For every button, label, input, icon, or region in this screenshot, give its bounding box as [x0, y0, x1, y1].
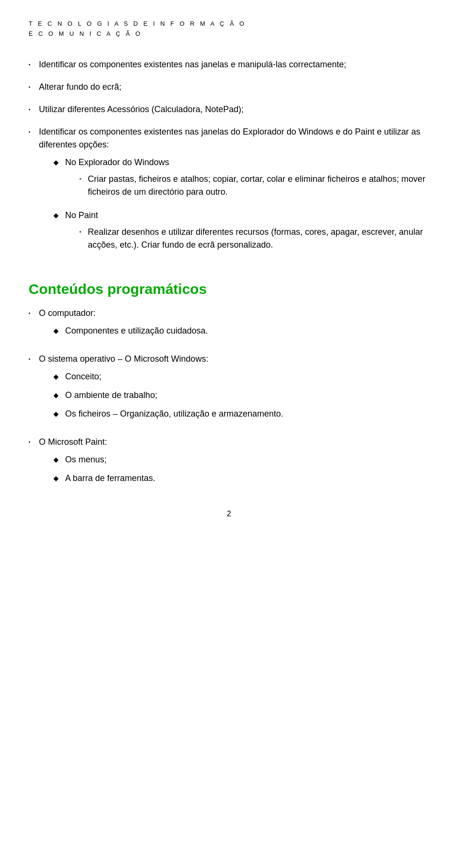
page-header: T E C N O L O G I A S D E I N F O R M A … [29, 19, 429, 39]
bullet-icon: • [29, 128, 31, 136]
sub-list: ◆No Explorador do Windows▪Criar pastas, … [53, 156, 429, 256]
section-sub-item-text: Os ficheiros – Organização, utilização e… [65, 408, 283, 420]
sub-sub-list: ▪Realizar desenhos e utilizar diferentes… [80, 226, 429, 251]
section-bullet-text: O Microsoft Paint:◆Os menus;◆A barra de … [39, 436, 429, 491]
bullet-icon: • [29, 356, 31, 363]
diamond-icon: ◆ [53, 372, 59, 382]
section-bullet-text: O computador:◆Componentes e utilização c… [39, 307, 429, 343]
section-title: Conteúdos programáticos [29, 281, 429, 297]
section-bullet-list: •O computador:◆Componentes e utilização … [29, 307, 429, 491]
section-sub-item-text: O ambiente de trabalho; [65, 389, 157, 402]
section-sub-item-text: A barra de ferramentas. [65, 472, 156, 485]
bullet-icon: • [29, 439, 31, 446]
section-sub-item: ◆Os menus; [53, 453, 429, 466]
diamond-icon: ◆ [53, 455, 59, 465]
bullet-icon: • [29, 61, 31, 68]
sub-item-text: No Paint▪Realizar desenhos e utilizar di… [65, 209, 429, 256]
section-bullet-text: O sistema operativo – O Microsoft Window… [39, 353, 429, 426]
main-bullet-item: •Identificar os componentes existentes n… [29, 58, 429, 71]
sub-sub-list: ▪Criar pastas, ficheiros e atalhos; copi… [80, 173, 429, 199]
section-bullet-item: •O Microsoft Paint:◆Os menus;◆A barra de… [29, 436, 429, 491]
section-sub-list: ◆Componentes e utilização cuidadosa. [53, 324, 429, 337]
section-sub-list: ◆Os menus;◆A barra de ferramentas. [53, 453, 429, 485]
section-sub-item: ◆Componentes e utilização cuidadosa. [53, 324, 429, 337]
section-sub-item-text: Os menus; [65, 453, 107, 466]
square-bullet-icon: ▪ [80, 228, 82, 235]
sub-list-item: ◆No Paint▪Realizar desenhos e utilizar d… [53, 209, 429, 256]
page-number: 2 [29, 510, 429, 518]
square-bullet-icon: ▪ [80, 175, 82, 182]
sub-item-text: No Explorador do Windows▪Criar pastas, f… [65, 156, 429, 203]
bullet-icon: • [29, 106, 31, 113]
sub-list-item: ◆No Explorador do Windows▪Criar pastas, … [53, 156, 429, 203]
section-bullet-item: •O computador:◆Componentes e utilização … [29, 307, 429, 343]
main-bullet-item: •Identificar os componentes existentes n… [29, 125, 429, 262]
main-bullet-item: •Utilizar diferentes Acessórios (Calcula… [29, 103, 429, 116]
main-content-section: •Identificar os componentes existentes n… [29, 58, 429, 262]
bullet-icon: • [29, 310, 31, 317]
diamond-icon: ◆ [53, 473, 59, 483]
diamond-icon: ◆ [53, 210, 59, 220]
header-line1: T E C N O L O G I A S D E I N F O R M A … [29, 19, 429, 29]
diamond-icon: ◆ [53, 409, 59, 419]
section-sub-item: ◆Os ficheiros – Organização, utilização … [53, 408, 429, 420]
section-sub-list: ◆Conceito;◆O ambiente de trabalho;◆Os fi… [53, 370, 429, 420]
main-bullet-item: •Alterar fundo do ecrã; [29, 81, 429, 94]
bullet-text: Identificar os componentes existentes na… [39, 125, 429, 262]
sub-sub-item-text: Criar pastas, ficheiros e atalhos; copia… [88, 173, 429, 199]
bullet-text: Utilizar diferentes Acessórios (Calculad… [39, 103, 429, 116]
section-content: •O computador:◆Componentes e utilização … [29, 307, 429, 491]
sub-sub-list-item: ▪Criar pastas, ficheiros e atalhos; copi… [80, 173, 429, 199]
section-sub-item: ◆O ambiente de trabalho; [53, 389, 429, 402]
section-sub-item: ◆A barra de ferramentas. [53, 472, 429, 485]
diamond-icon: ◆ [53, 390, 59, 400]
section-sub-item-text: Conceito; [65, 370, 102, 383]
diamond-icon: ◆ [53, 326, 59, 336]
diamond-icon: ◆ [53, 157, 59, 167]
bullet-icon: • [29, 84, 31, 91]
bullet-text: Identificar os componentes existentes na… [39, 58, 429, 71]
header-line2: E C O M U N I C A Ç Ã O [29, 29, 429, 39]
bullet-text: Alterar fundo do ecrã; [39, 81, 429, 94]
section-sub-item-text: Componentes e utilização cuidadosa. [65, 324, 208, 337]
main-bullet-list: •Identificar os componentes existentes n… [29, 58, 429, 262]
sub-sub-list-item: ▪Realizar desenhos e utilizar diferentes… [80, 226, 429, 251]
section-sub-item: ◆Conceito; [53, 370, 429, 383]
section-bullet-item: •O sistema operativo – O Microsoft Windo… [29, 353, 429, 426]
sub-sub-item-text: Realizar desenhos e utilizar diferentes … [88, 226, 429, 251]
